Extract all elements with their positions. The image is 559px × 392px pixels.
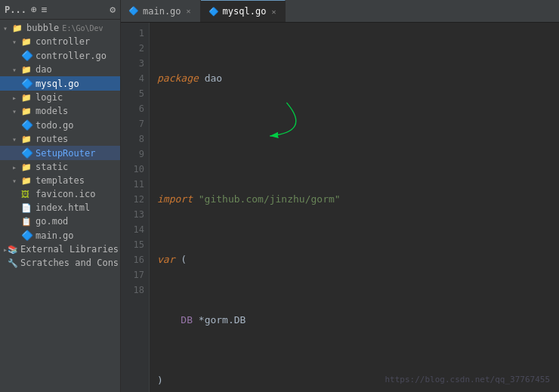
file-index-html-label: index.html <box>36 202 90 213</box>
watermark: https://blog.csdn.net/qq_37767455 <box>385 372 550 387</box>
tab-main-go-close[interactable]: ✕ <box>185 6 193 16</box>
folder-models-label: models <box>36 106 68 116</box>
file-mysql-go-label: mysql.go <box>36 79 79 89</box>
folder-dao[interactable]: ▾ 📁 dao <box>0 63 120 76</box>
file-todo-go[interactable]: 🔷 todo.go <box>0 118 120 132</box>
code-line-5: DB *gorm.DB <box>157 313 559 328</box>
folder-dao-label: dao <box>36 64 52 75</box>
file-go-mod[interactable]: ▸ 📋 go.mod <box>0 215 120 228</box>
folder-static-label: static <box>36 162 68 172</box>
tab-main-go-label: main.go <box>143 6 181 17</box>
file-todo-go-label: todo.go <box>36 120 74 131</box>
file-setup-router[interactable]: 🔷 SetupRouter <box>0 146 120 160</box>
code-line-2 <box>157 131 559 147</box>
file-index-html[interactable]: 📄 index.html <box>0 201 120 215</box>
folder-logic-label: logic <box>36 92 63 103</box>
code-line-4: var ( <box>157 252 559 267</box>
file-tree-panel: P... ⊕ ≡ ⚙ ▾ 📁 bubble E:\Go\Dev ▾ 📁 cont… <box>0 0 121 392</box>
project-label: P... <box>5 5 26 15</box>
tab-main-go[interactable]: 🔷 main.go ✕ <box>121 0 201 22</box>
folder-logic[interactable]: ▸ 📁 logic <box>0 91 120 104</box>
external-libraries[interactable]: ▸ 📚 External Libraries <box>0 242 120 256</box>
scratches-label: Scratches and Cons <box>20 258 119 268</box>
file-favicon-label: favicon.ico <box>36 189 95 199</box>
file-main-go[interactable]: ▸ 🔷 main.go <box>0 228 120 242</box>
code-container: 1 2 3 4 5 6 7 8 9 10 11 12 13 14 15 16 1… <box>121 23 559 392</box>
external-libraries-label: External Libraries <box>20 244 119 255</box>
project-root[interactable]: ▾ 📁 bubble E:\Go\Dev <box>0 21 120 35</box>
folder-controller[interactable]: ▾ 📁 controller <box>0 35 120 48</box>
file-mysql-go[interactable]: 🔷 mysql.go <box>0 76 120 91</box>
editor-area: 🔷 main.go ✕ 🔷 mysql.go ✕ 1 2 3 4 5 6 7 8… <box>121 0 559 392</box>
tab-mysql-go[interactable]: 🔷 mysql.go ✕ <box>201 0 286 22</box>
file-controller-go-label: controller.go <box>36 51 107 61</box>
tab-bar: 🔷 main.go ✕ 🔷 mysql.go ✕ <box>121 0 559 23</box>
folder-routes[interactable]: ▾ 📁 routes <box>0 132 120 146</box>
folder-models[interactable]: ▾ 📁 models <box>0 104 120 118</box>
folder-static[interactable]: ▸ 📁 static <box>0 160 120 174</box>
code-line-3: import "github.com/jinzhu/gorm" <box>157 192 559 207</box>
project-tree: ▾ 📁 bubble E:\Go\Dev ▾ 📁 controller 🔷 co… <box>0 20 120 392</box>
code-line-1: package dao <box>157 71 559 86</box>
file-setup-router-label: SetupRouter <box>36 148 95 159</box>
project-root-label: bubble <box>26 23 59 33</box>
folder-routes-label: routes <box>36 134 68 144</box>
file-main-go-label: main.go <box>36 230 74 241</box>
line-numbers: 1 2 3 4 5 6 7 8 9 10 11 12 13 14 15 16 1… <box>121 23 150 392</box>
scratches[interactable]: ▸ 🔧 Scratches and Cons <box>0 256 120 270</box>
settings-icon[interactable]: ⚙ <box>110 4 116 15</box>
folder-controller-label: controller <box>36 36 90 47</box>
project-toolbar: P... ⊕ ≡ ⚙ <box>0 0 120 20</box>
code-editor[interactable]: package dao import "github.com/jinzhu/go… <box>150 23 559 392</box>
add-icon[interactable]: ⊕ <box>31 4 37 15</box>
file-favicon[interactable]: 🖼 favicon.ico <box>0 187 120 201</box>
file-go-mod-label: go.mod <box>36 216 68 227</box>
tab-mysql-go-close[interactable]: ✕ <box>270 7 277 17</box>
file-controller-go[interactable]: 🔷 controller.go <box>0 48 120 63</box>
folder-templates[interactable]: ▾ 📁 templates <box>0 174 120 187</box>
menu-icon[interactable]: ≡ <box>42 4 48 15</box>
tab-mysql-go-label: mysql.go <box>223 6 267 17</box>
folder-templates-label: templates <box>36 175 85 186</box>
